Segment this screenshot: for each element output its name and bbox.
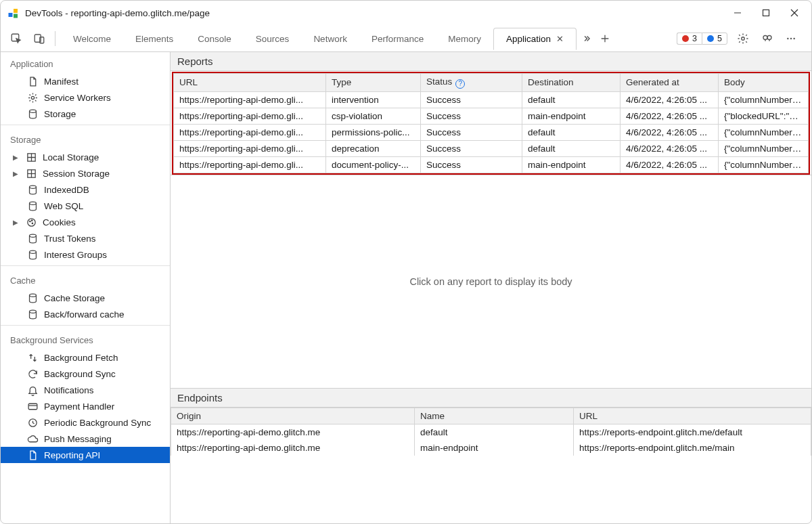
db-icon xyxy=(26,248,39,261)
sidebar-item-local-storage[interactable]: ▶Local Storage xyxy=(1,149,170,165)
file-icon xyxy=(26,449,39,461)
sidebar-item-label: Background Fetch xyxy=(44,353,118,363)
reports-col-body[interactable]: Body xyxy=(719,74,809,92)
devtools-icon xyxy=(7,7,20,19)
error-counter[interactable]: 3 xyxy=(677,32,702,45)
sidebar-item-label: Trust Tokens xyxy=(44,234,96,244)
close-button[interactable] xyxy=(790,9,799,17)
device-toggle-icon[interactable] xyxy=(29,30,49,47)
card-icon xyxy=(26,400,39,412)
sidebar-item-cache-storage[interactable]: Cache Storage xyxy=(1,290,170,306)
svg-point-34 xyxy=(29,294,36,297)
sidebar-item-interest-groups[interactable]: Interest Groups xyxy=(1,246,170,263)
cell-body: {"columnNumber"... xyxy=(719,124,809,140)
svg-point-32 xyxy=(29,234,36,237)
sidebar-item-service-workers[interactable]: Service Workers xyxy=(1,89,170,106)
maximize-button[interactable] xyxy=(761,9,771,17)
sidebar-item-session-storage[interactable]: ▶Session Storage xyxy=(1,165,170,181)
reports-col-type[interactable]: Type xyxy=(326,74,421,92)
sidebar-item-trust-tokens[interactable]: Trust Tokens xyxy=(1,230,170,246)
sidebar-item-storage[interactable]: Storage xyxy=(1,106,170,122)
sidebar-item-indexeddb[interactable]: IndexedDB xyxy=(1,181,170,198)
svg-rect-1 xyxy=(14,9,18,13)
svg-point-17 xyxy=(793,37,794,39)
sidebar-item-back-forward-cache[interactable]: Back/forward cache xyxy=(1,306,170,322)
info-dot-icon xyxy=(707,35,714,42)
svg-point-16 xyxy=(790,37,792,39)
feedback-icon[interactable] xyxy=(759,30,776,47)
sidebar-item-background-fetch[interactable]: Background Fetch xyxy=(1,349,170,366)
reports-col-status[interactable]: Status? xyxy=(421,74,522,92)
add-tab-icon[interactable] xyxy=(597,30,613,47)
sidebar-item-notifications[interactable]: Notifications xyxy=(1,382,170,398)
reports-row[interactable]: https://reporting-api-demo.gli...documen… xyxy=(174,156,809,173)
tab-network[interactable]: Network xyxy=(301,28,359,49)
endpoints-col-url[interactable]: URL xyxy=(574,408,811,424)
close-tab-icon[interactable]: ✕ xyxy=(556,34,564,44)
sidebar-item-web-sql[interactable]: Web SQL xyxy=(1,198,170,214)
cookie-icon xyxy=(25,216,37,228)
tab-elements[interactable]: Elements xyxy=(123,28,185,49)
svg-rect-4 xyxy=(763,10,769,16)
cell-type: deprecation xyxy=(326,140,421,156)
svg-point-12 xyxy=(742,37,745,40)
cell-gen: 4/6/2022, 4:26:05 ... xyxy=(621,156,719,173)
titlebar: DevTools - reporting-api-demo.glitch.me/… xyxy=(1,1,811,25)
tab-memory[interactable]: Memory xyxy=(436,28,493,49)
endpoints-col-origin[interactable]: Origin xyxy=(171,408,415,424)
tab-console[interactable]: Console xyxy=(185,28,244,49)
svg-point-35 xyxy=(29,310,36,313)
cell-gen: 4/6/2022, 4:26:05 ... xyxy=(621,124,719,140)
cell-type: permissions-polic... xyxy=(326,124,421,140)
cell-dest: default xyxy=(522,140,621,156)
cell-type: intervention xyxy=(326,91,421,108)
endpoints-col-name[interactable]: Name xyxy=(415,408,574,424)
cell-status: Success xyxy=(421,156,522,173)
sidebar-item-payment-handler[interactable]: Payment Handler xyxy=(1,398,170,414)
svg-point-27 xyxy=(29,202,36,204)
endpoints-row[interactable]: https://reporting-api-demo.glitch.memain… xyxy=(171,440,811,456)
reports-row[interactable]: https://reporting-api-demo.gli...interve… xyxy=(174,91,809,108)
more-tabs-icon[interactable] xyxy=(579,31,594,46)
svg-point-33 xyxy=(29,250,36,253)
cell-body: {"columnNumber"... xyxy=(719,156,809,173)
endpoints-row[interactable]: https://reporting-api-demo.glitch.medefa… xyxy=(171,424,811,441)
sidebar-item-label: Storage xyxy=(44,109,76,119)
sidebar-item-label: Local Storage xyxy=(43,152,99,162)
info-counter[interactable]: 5 xyxy=(702,32,727,45)
cell-status: Success xyxy=(421,108,522,124)
cell-url: https://reporting-api-demo.gli... xyxy=(174,91,326,108)
sidebar-item-manifest[interactable]: Manifest xyxy=(1,73,170,89)
svg-rect-36 xyxy=(28,403,37,410)
reports-col-generated-at[interactable]: Generated at xyxy=(621,74,719,92)
reports-row[interactable]: https://reporting-api-demo.gli...csp-vio… xyxy=(174,108,809,124)
cell-origin: https://reporting-api-demo.glitch.me xyxy=(171,440,415,456)
updown-icon xyxy=(26,351,39,364)
settings-icon[interactable] xyxy=(734,30,752,47)
reports-row[interactable]: https://reporting-api-demo.gli...depreca… xyxy=(174,140,809,156)
reports-row[interactable]: https://reporting-api-demo.gli...permiss… xyxy=(174,124,809,140)
sidebar-item-reporting-api[interactable]: Reporting API xyxy=(1,447,170,463)
reports-col-destination[interactable]: Destination xyxy=(522,74,621,92)
reports-panel: Reports URLTypeStatus?DestinationGenerat… xyxy=(171,52,811,389)
sidebar-item-background-sync[interactable]: Background Sync xyxy=(1,366,170,382)
tab-sources[interactable]: Sources xyxy=(244,28,302,49)
endpoints-table: OriginNameURL https://reporting-api-demo… xyxy=(171,408,811,456)
tab-welcome[interactable]: Welcome xyxy=(61,28,123,49)
sidebar-item-cookies[interactable]: ▶Cookies xyxy=(1,214,170,230)
endpoints-header: Endpoints xyxy=(171,389,811,408)
sidebar-item-label: Service Workers xyxy=(44,93,111,103)
svg-point-18 xyxy=(31,96,34,99)
sidebar-item-push-messaging[interactable]: Push Messaging xyxy=(1,431,170,447)
tab-application[interactable]: Application✕ xyxy=(493,28,577,50)
inspect-icon[interactable] xyxy=(6,30,26,47)
sidebar-section-title: Storage xyxy=(1,128,170,149)
file-icon xyxy=(26,75,39,87)
help-icon[interactable]: ? xyxy=(455,79,465,89)
minimize-button[interactable] xyxy=(733,9,742,17)
reports-col-url[interactable]: URL xyxy=(174,74,326,92)
tab-performance[interactable]: Performance xyxy=(359,28,436,49)
sidebar-item-periodic-background-sync[interactable]: Periodic Background Sync xyxy=(1,414,170,431)
kebab-menu-icon[interactable] xyxy=(783,30,799,47)
svg-point-26 xyxy=(29,185,36,188)
